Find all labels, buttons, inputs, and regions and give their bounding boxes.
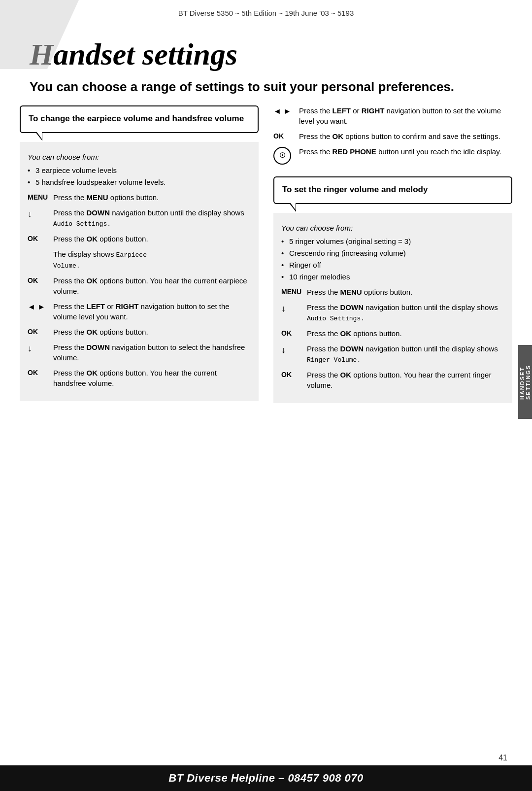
instr-label-ok: OK [281, 328, 307, 339]
instr-text: Press the OK options button. You hear th… [53, 275, 251, 296]
list-item: Ringer off [281, 260, 504, 270]
red-phone-icon: ☉ [273, 147, 291, 165]
right-section-content: You can choose from: 5 ringer volumes (o… [273, 213, 512, 403]
instr-label-phone: ☉ [273, 146, 299, 165]
instr-text: The display shows EarpieceVolume. [53, 249, 251, 271]
instr-text: Press the MENU options button. [53, 192, 251, 203]
instr-row: ↓ Press the DOWN navigation button to se… [28, 342, 251, 363]
right-box-title: To set the ringer volume and melody [282, 185, 428, 194]
instr-label-down: ↓ [281, 344, 307, 356]
right-top-instructions: ◄ ► Press the LEFT or RIGHT navigation b… [273, 105, 512, 176]
instr-label-ok: OK [273, 131, 299, 141]
page-title: Handset settings [0, 22, 532, 72]
list-item: 5 handsfree loudspeaker volume levels. [28, 177, 251, 187]
list-item: 3 earpiece volume levels [28, 165, 251, 175]
instr-label-ok: OK [28, 234, 53, 244]
instr-row: OK Press the OK options button to confir… [273, 131, 512, 141]
instr-text: Press the DOWN navigation button until t… [53, 207, 251, 229]
instr-label-menu: MENU [281, 287, 307, 297]
left-column: To change the earpiece volume and handsf… [20, 105, 259, 403]
instr-label-lr: ◄ ► [28, 301, 53, 312]
instr-row: ◄ ► Press the LEFT or RIGHT navigation b… [273, 105, 512, 126]
footer: BT Diverse Helpline – 08457 908 070 [0, 765, 532, 791]
instr-label-menu: MENU [28, 192, 53, 203]
instr-text: Press the LEFT or RIGHT navigation butto… [53, 301, 251, 322]
instr-label-blank [28, 249, 53, 249]
instr-row: MENU Press the MENU options button. [281, 287, 504, 297]
instr-row: OK Press the OK options button. [281, 328, 504, 339]
instr-label-ok: OK [28, 368, 53, 378]
instr-row: The display shows EarpieceVolume. [28, 249, 251, 271]
instr-text: Press the OK options button. [307, 328, 504, 339]
instr-text: Press the DOWN navigation button until t… [307, 302, 504, 323]
right-section-box: To set the ringer volume and melody [273, 176, 512, 204]
instr-label-down: ↓ [28, 342, 53, 355]
instr-row: OK Press the OK options button. You hear… [281, 370, 504, 390]
left-you-can-choose: You can choose from: [28, 153, 251, 161]
instr-text: Press the OK options button. You hear th… [53, 368, 251, 388]
instr-row: OK Press the OK options button. [28, 234, 251, 244]
instr-text: Press the RED PHONE button until you rea… [299, 146, 512, 157]
side-tab-container: HANDSET SETTINGS [518, 345, 532, 419]
instr-row: OK Press the OK options button. You hear… [28, 275, 251, 296]
instr-label-lr: ◄ ► [273, 105, 299, 117]
instr-row: ◄ ► Press the LEFT or RIGHT navigation b… [28, 301, 251, 322]
instr-row: ↓ Press the DOWN navigation button until… [281, 344, 504, 365]
instr-text: Press the OK options button. You hear th… [307, 370, 504, 390]
instr-row: ☉ Press the RED PHONE button until you r… [273, 146, 512, 165]
instr-text: Press the OK options button to confirm a… [299, 131, 512, 141]
left-box-title: To change the earpiece volume and handsf… [29, 114, 244, 123]
instr-row: ↓ Press the DOWN navigation button until… [28, 207, 251, 229]
instr-label-down: ↓ [28, 207, 53, 220]
instr-text: Press the OK options button. [53, 327, 251, 337]
header-text: BT Diverse 5350 ~ 5th Edition ~ 19th Jun… [178, 9, 354, 17]
left-section-content: You can choose from: 3 earpiece volume l… [20, 142, 259, 402]
instr-text: Press the LEFT or RIGHT navigation butto… [299, 105, 512, 126]
header: BT Diverse 5350 ~ 5th Edition ~ 19th Jun… [0, 0, 532, 22]
right-bullet-list: 5 ringer volumes (original setting = 3) … [281, 236, 504, 282]
instr-text: Press the DOWN navigation button to sele… [53, 342, 251, 363]
instr-label-ok: OK [28, 327, 53, 337]
instr-row: OK Press the OK options button. You hear… [28, 368, 251, 388]
right-column: ◄ ► Press the LEFT or RIGHT navigation b… [273, 105, 512, 403]
left-section-box: To change the earpiece volume and handsf… [20, 105, 259, 133]
list-item: Crescendo ring (increasing volume) [281, 248, 504, 258]
main-content: To change the earpiece volume and handsf… [0, 105, 532, 403]
subtitle: You can choose a range of settings to su… [0, 72, 532, 105]
instr-row: ↓ Press the DOWN navigation button until… [281, 302, 504, 323]
instr-label-ok: OK [281, 370, 307, 380]
instr-text: Press the MENU options button. [307, 287, 504, 297]
instr-row: MENU Press the MENU options button. [28, 192, 251, 203]
side-tab-label: HANDSET SETTINGS [519, 365, 531, 400]
instr-text: Press the DOWN navigation button until t… [307, 344, 504, 365]
list-item: 5 ringer volumes (original setting = 3) [281, 236, 504, 246]
instr-text: Press the OK options button. [53, 234, 251, 244]
footer-text: BT Diverse Helpline – 08457 908 070 [168, 772, 363, 785]
page-number: 41 [499, 754, 507, 762]
instr-label-ok: OK [28, 275, 53, 286]
left-bullet-list: 3 earpiece volume levels 5 handsfree lou… [28, 165, 251, 187]
list-item: 10 ringer melodies [281, 272, 504, 282]
instr-label-down: ↓ [281, 302, 307, 315]
right-you-can-choose: You can choose from: [281, 224, 504, 232]
instr-row: OK Press the OK options button. [28, 327, 251, 337]
